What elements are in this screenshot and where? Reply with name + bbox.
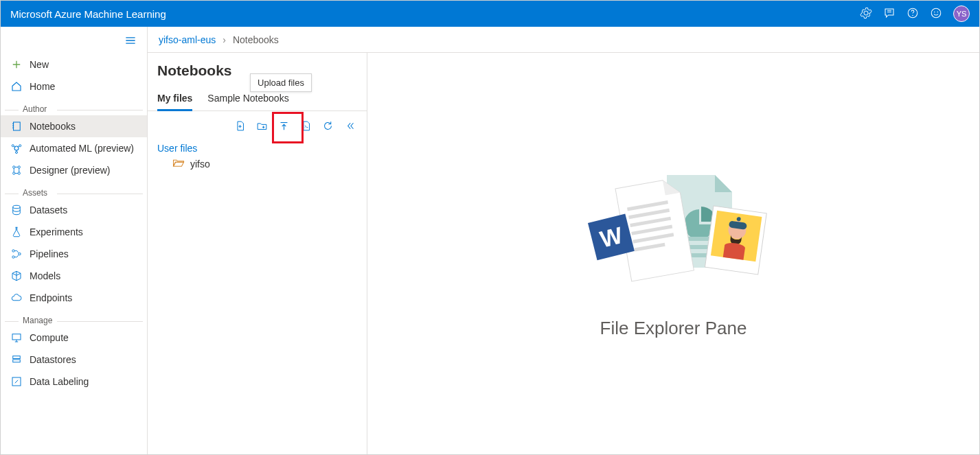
nav-pipelines[interactable]: Pipelines <box>1 243 147 265</box>
nav-designer[interactable]: Designer (preview) <box>1 159 147 181</box>
nav-experiments[interactable]: Experiments <box>1 221 147 243</box>
file-toolbar <box>148 111 367 137</box>
nav-datasets-label: Datasets <box>30 205 67 215</box>
svg-point-10 <box>13 166 15 168</box>
svg-point-4 <box>937 11 939 12</box>
nav-datalabeling[interactable]: Data Labeling <box>1 371 147 393</box>
svg-rect-19 <box>13 356 21 359</box>
tree-folder-label: yifso <box>190 159 210 170</box>
monitor-icon <box>10 331 23 344</box>
folder-open-icon <box>172 158 185 170</box>
new-folder-button[interactable] <box>254 118 269 133</box>
nav-endpoints[interactable]: Endpoints <box>1 287 147 309</box>
nav-datastores-label: Datastores <box>30 354 76 365</box>
svg-point-2 <box>931 8 941 18</box>
terminal-button[interactable] <box>298 118 313 133</box>
nav-new[interactable]: New <box>1 54 147 75</box>
breadcrumb: yifso-aml-eus › Notebooks <box>148 27 979 53</box>
collapse-sidebar-icon[interactable] <box>124 34 137 49</box>
file-tree: User files yifso <box>148 137 367 175</box>
nav-automl[interactable]: Automated ML (preview) <box>1 137 147 159</box>
nav-models-label: Models <box>30 270 60 281</box>
tree-root-user-files[interactable]: User files <box>157 143 357 154</box>
file-explorer-illustration: W <box>578 168 770 299</box>
svg-point-1 <box>912 14 913 16</box>
svg-rect-18 <box>12 334 21 340</box>
app-title: Microsoft Azure Machine Learning <box>10 8 166 20</box>
section-assets: Assets <box>1 181 147 199</box>
empty-state-title: File Explorer Pane <box>600 318 747 339</box>
cube-icon <box>10 270 23 282</box>
nav-automl-label: Automated ML (preview) <box>30 143 134 154</box>
svg-point-3 <box>934 11 935 12</box>
help-icon[interactable] <box>907 7 919 21</box>
smile-icon[interactable] <box>930 7 942 21</box>
edit-square-icon <box>10 375 23 388</box>
tree-folder-yifso[interactable]: yifso <box>157 154 357 170</box>
tabs: My files Sample Notebooks Upload files <box>148 87 367 111</box>
breadcrumb-current: Notebooks <box>233 34 279 45</box>
sidebar-nav: New Home Author Notebooks Automated ML (… <box>1 27 148 454</box>
svg-point-15 <box>12 250 14 252</box>
app-header: Microsoft Azure Machine Learning YS <box>1 1 979 27</box>
svg-point-7 <box>12 145 14 147</box>
notebook-icon <box>10 120 23 132</box>
database-icon <box>10 204 23 216</box>
plus-icon <box>10 58 23 71</box>
designer-icon <box>10 164 23 176</box>
nav-experiments-label: Experiments <box>30 226 83 237</box>
breadcrumb-workspace[interactable]: yifso-aml-eus <box>159 34 216 45</box>
nav-pipelines-label: Pipelines <box>30 248 69 259</box>
flask-icon <box>10 226 23 238</box>
section-manage: Manage <box>1 309 147 327</box>
home-icon <box>10 80 23 93</box>
svg-point-13 <box>18 172 20 174</box>
svg-point-11 <box>18 166 20 168</box>
nav-designer-label: Designer (preview) <box>30 165 110 176</box>
file-explorer-pane: Notebooks My files Sample Notebooks Uplo… <box>148 53 367 454</box>
svg-rect-5 <box>14 122 21 130</box>
nav-home-label: Home <box>30 81 55 92</box>
refresh-button[interactable] <box>320 118 335 133</box>
section-author: Author <box>1 97 147 115</box>
collapse-pane-button[interactable] <box>342 118 357 133</box>
svg-rect-20 <box>13 360 21 362</box>
nav-datastores[interactable]: Datastores <box>1 349 147 371</box>
svg-point-8 <box>19 145 21 147</box>
header-icons: YS <box>860 5 970 22</box>
upload-button[interactable] <box>276 118 291 133</box>
svg-point-16 <box>19 253 21 255</box>
nav-notebooks[interactable]: Notebooks <box>1 115 147 137</box>
svg-point-17 <box>12 256 14 258</box>
feedback-icon[interactable] <box>883 7 896 21</box>
svg-point-9 <box>16 152 18 154</box>
svg-point-14 <box>13 205 21 209</box>
upload-tooltip: Upload files <box>250 73 312 92</box>
user-avatar[interactable]: YS <box>953 5 970 22</box>
nav-datasets[interactable]: Datasets <box>1 199 147 221</box>
pipeline-icon <box>10 248 23 260</box>
cloud-icon <box>10 292 23 304</box>
nav-notebooks-label: Notebooks <box>30 121 76 132</box>
nav-datalabeling-label: Data Labeling <box>30 376 89 387</box>
nav-compute-label: Compute <box>30 332 69 343</box>
new-file-button[interactable] <box>232 118 247 133</box>
settings-icon[interactable] <box>860 7 872 21</box>
chevron-right-icon: › <box>223 34 226 45</box>
tab-my-files[interactable]: My files <box>157 87 192 111</box>
nav-home[interactable]: Home <box>1 75 147 97</box>
storage-icon <box>10 353 23 366</box>
svg-point-12 <box>13 172 15 174</box>
nav-endpoints-label: Endpoints <box>30 292 72 303</box>
nav-new-label: New <box>30 59 49 70</box>
content-empty-state: W File Explorer Pane <box>367 53 979 454</box>
automl-icon <box>10 142 23 154</box>
nav-models[interactable]: Models <box>1 265 147 287</box>
nav-compute[interactable]: Compute <box>1 327 147 349</box>
